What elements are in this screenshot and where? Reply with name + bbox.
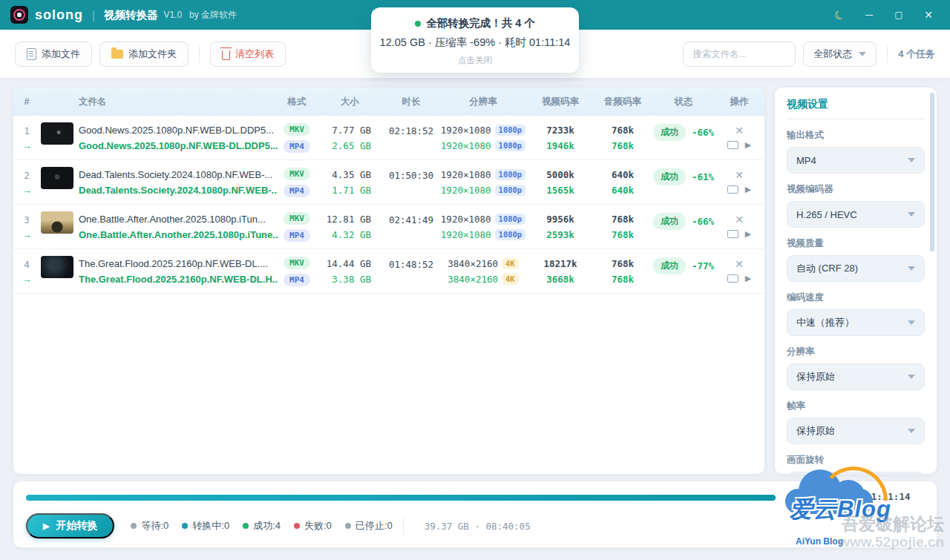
progress-label: 4/4 · 已完成 · 01:11:14: [787, 491, 910, 504]
status-badge: 成功: [653, 213, 686, 230]
trash-icon: [222, 50, 230, 60]
compression-ratio: -77%: [692, 260, 714, 271]
row-number: 4: [24, 259, 30, 270]
video-thumbnail: [41, 167, 73, 189]
source-resolution: 1920×1080: [441, 214, 491, 225]
source-size: 4.35 GB: [332, 169, 371, 180]
settings-panel: 视频设置 输出格式 MP4 视频编码器 H.265 / HEVC 视频质量 自动…: [775, 88, 937, 474]
remove-task-icon[interactable]: ✕: [735, 125, 744, 136]
open-folder-icon[interactable]: [727, 230, 738, 238]
table-row[interactable]: 3 → One.Battle.After.Another.2025.1080p.…: [13, 205, 764, 249]
play-icon[interactable]: ▶: [745, 185, 751, 194]
output-audio-bitrate: 768k: [612, 140, 634, 151]
minimize-button[interactable]: ─: [858, 5, 880, 24]
resolution-label: 分辨率: [787, 346, 925, 358]
resolution-tag: 1080p: [495, 229, 526, 240]
encode-speed-label: 编码速度: [787, 291, 925, 304]
open-folder-icon[interactable]: [727, 274, 738, 283]
remove-task-icon[interactable]: ✕: [735, 214, 744, 225]
arrow-right-icon: →: [22, 274, 32, 284]
output-video-bitrate: 1946k: [546, 140, 574, 151]
footer-divider: [403, 517, 404, 535]
resolution-dropdown[interactable]: 保持原始: [787, 363, 925, 390]
status-counter: 失败:0: [294, 519, 332, 533]
open-folder-icon[interactable]: [727, 185, 738, 194]
app-byline: by 金牌软件: [189, 9, 237, 22]
sidebar-scrollbar[interactable]: [930, 93, 934, 251]
video-encoder-dropdown[interactable]: H.265 / HEVC: [787, 201, 925, 228]
duration: 02:41:49: [389, 214, 433, 225]
framerate-label: 帧率: [787, 400, 925, 412]
compression-ratio: -66%: [692, 127, 714, 138]
resolution-tag: 4K: [502, 258, 519, 269]
maximize-button[interactable]: ▢: [888, 5, 910, 24]
add-folder-button[interactable]: 添加文件夹: [99, 42, 189, 67]
status-dot-icon: [294, 523, 300, 529]
table-header: # 文件名 格式 大小 时长 分辨率 视频码率 音频码率 状态 操作: [13, 88, 764, 116]
dark-mode-moon-icon[interactable]: ☾: [825, 1, 854, 28]
add-file-button[interactable]: 添加文件: [15, 42, 92, 67]
output-format-badge: MP4: [284, 274, 310, 286]
source-filename: Good.News.2025.1080p.NF.WEB-DL.DDP5...: [79, 125, 278, 136]
remove-task-icon[interactable]: ✕: [735, 170, 744, 180]
rotation-dropdown[interactable]: 不旋转: [787, 472, 925, 474]
output-format-label: 输出格式: [787, 129, 925, 142]
table-row[interactable]: 2 → Dead.Talents.Society.2024.1080p.NF.W…: [13, 160, 764, 205]
output-format-dropdown[interactable]: MP4: [787, 147, 925, 174]
completion-toast[interactable]: 全部转换完成！共 4 个 12.05 GB · 压缩率 -69% · 耗时 01…: [371, 7, 579, 73]
play-icon: ▶: [43, 521, 49, 531]
table-row[interactable]: 1 → Good.News.2025.1080p.NF.WEB-DL.DDP5.…: [13, 116, 764, 160]
remove-task-icon[interactable]: ✕: [735, 259, 744, 269]
duration: 02:18:52: [389, 125, 433, 136]
chevron-down-icon: [908, 266, 915, 271]
output-audio-bitrate: 640k: [612, 185, 634, 196]
output-size: 4.32 GB: [332, 229, 371, 240]
table-body: 1 → Good.News.2025.1080p.NF.WEB-DL.DDP5.…: [13, 116, 764, 474]
source-filename: The.Great.Flood.2025.2160p.NF.WEB-DL....: [79, 258, 278, 269]
folder-icon: [111, 50, 123, 59]
source-format-badge: MKV: [284, 212, 310, 225]
status-counter: 已停止:0: [345, 519, 393, 533]
arrow-right-icon: →: [22, 185, 32, 195]
toast-dismiss-hint[interactable]: 点击关闭: [379, 55, 571, 66]
play-icon[interactable]: ▶: [745, 274, 751, 283]
clear-list-button[interactable]: 清空列表: [210, 42, 286, 67]
task-count: 4 个任务: [898, 47, 935, 61]
toast-summary: 12.05 GB · 压缩率 -69% · 耗时 01:11:14: [379, 36, 571, 50]
output-video-bitrate: 3668k: [546, 274, 574, 285]
source-format-badge: MKV: [284, 257, 310, 269]
output-filename: One.Battle.After.Another.2025.1080p.iTun…: [79, 229, 278, 240]
status-dot-icon: [182, 523, 188, 529]
chevron-down-icon: [908, 375, 915, 379]
resolution-tag: 1080p: [495, 125, 526, 136]
framerate-dropdown[interactable]: 保持原始: [787, 418, 925, 444]
task-table: # 文件名 格式 大小 时长 分辨率 视频码率 音频码率 状态 操作 1 → G…: [13, 88, 764, 474]
start-convert-button[interactable]: ▶ 开始转换: [26, 513, 114, 538]
source-resolution: 1920×1080: [441, 169, 491, 180]
video-thumbnail: [41, 256, 73, 278]
main-area: # 文件名 格式 大小 时长 分辨率 视频码率 音频码率 状态 操作 1 → G…: [0, 79, 950, 474]
encode-speed-dropdown[interactable]: 中速（推荐）: [787, 309, 925, 336]
source-size: 7.77 GB: [332, 125, 371, 136]
close-button[interactable]: ✕: [917, 5, 940, 24]
status-filter-dropdown[interactable]: 全部状态: [803, 42, 877, 67]
resolution-tag: 1080p: [495, 169, 526, 180]
output-video-bitrate: 1565k: [546, 185, 574, 196]
video-quality-dropdown[interactable]: 自动 (CRF 28): [787, 255, 925, 282]
totals-label: 39.37 GB · 08:40:05: [425, 521, 531, 532]
row-number: 2: [24, 170, 30, 181]
status-badge: 成功: [653, 257, 686, 274]
open-folder-icon[interactable]: [727, 141, 738, 149]
output-audio-bitrate: 768k: [612, 229, 634, 240]
output-format-badge: MP4: [284, 140, 310, 153]
chevron-down-icon: [908, 212, 915, 217]
chevron-down-icon: [859, 52, 866, 56]
search-input[interactable]: [683, 42, 796, 67]
status-badge: 成功: [653, 124, 686, 141]
table-row[interactable]: 4 → The.Great.Flood.2025.2160p.NF.WEB-DL…: [13, 249, 764, 294]
output-audio-bitrate: 768k: [612, 274, 634, 285]
success-dot-icon: [415, 21, 421, 27]
play-icon[interactable]: ▶: [745, 229, 751, 239]
play-icon[interactable]: ▶: [745, 140, 751, 150]
output-filename: Good.News.2025.1080p.NF.WEB-DL.DDP5....: [79, 140, 278, 151]
